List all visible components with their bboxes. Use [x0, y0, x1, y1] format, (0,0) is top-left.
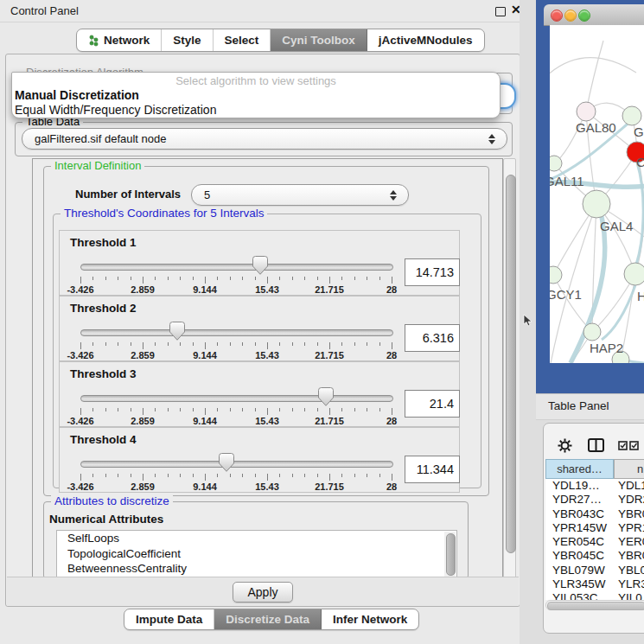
scrollbar-thumb[interactable]: [446, 533, 456, 576]
slider-tick: [341, 408, 342, 411]
minimize-icon[interactable]: [564, 10, 577, 22]
threshold-slider-handle[interactable]: [219, 453, 234, 472]
table-row[interactable]: YBR045CYBR0: [545, 549, 644, 563]
bottom-tab-infer-network[interactable]: Infer Network: [322, 609, 418, 629]
slider-tick: [279, 342, 280, 346]
network-node[interactable]: [577, 102, 596, 121]
dropdown-item[interactable]: Equal Width/Frequency Discretization: [12, 103, 500, 118]
slider-tick: [304, 474, 305, 477]
interval-definition-group-title: Interval Definition: [51, 160, 144, 172]
network-node[interactable]: [550, 266, 562, 284]
slider-tick: [131, 474, 131, 477]
slider-tick-label: 9.144: [193, 416, 217, 426]
attribute-list-item[interactable]: TopologicalCoefficient: [57, 546, 456, 562]
table-cell: YIL053C: [545, 591, 616, 600]
table-row[interactable]: YIL053CYIL0: [545, 591, 644, 600]
slider-tick: [304, 277, 305, 280]
network-node-label: C: [636, 155, 644, 169]
control-panel-titlebar: Control Panel ✕: [0, 0, 520, 22]
slider-tick: [80, 408, 81, 415]
table-cell: YPR145W: [545, 521, 616, 535]
checkbox-checked-icon[interactable]: [629, 441, 639, 450]
threshold-value-field[interactable]: 6.316: [405, 324, 460, 352]
slider-tick: [392, 277, 392, 284]
numerical-attributes-list[interactable]: SelfLoopsTopologicalCoefficientBetweenne…: [56, 530, 457, 578]
threshold-label: Threshold 2: [70, 302, 137, 315]
attributes-group-title: Attributes to discretize: [51, 495, 173, 507]
settings-scrollbar[interactable]: [503, 158, 516, 578]
threshold-slider-handle[interactable]: [252, 256, 268, 275]
tab-network[interactable]: Network: [77, 29, 162, 51]
table-horizontal-scrollbar[interactable]: [545, 600, 644, 610]
table-row[interactable]: YER054CYER0: [545, 535, 644, 549]
network-node[interactable]: [622, 106, 641, 125]
table-row[interactable]: YDL19…YDL1: [545, 479, 644, 493]
tab-cyni-toolbox[interactable]: Cyni Toolbox: [271, 29, 367, 51]
close-icon[interactable]: [551, 10, 563, 22]
threshold-slider-track[interactable]: [80, 461, 393, 468]
threshold-value-field[interactable]: 11.344: [405, 456, 460, 483]
threshold-slider-handle[interactable]: [169, 322, 185, 341]
settings-scroll-area: Interval Definition Number of Intervals …: [32, 158, 503, 580]
table-column-header[interactable]: shared…: [545, 459, 614, 479]
network-node-label: G: [634, 124, 644, 139]
network-window-titlebar[interactable]: [544, 4, 644, 26]
apply-button[interactable]: Apply: [233, 582, 293, 603]
bottom-tab-impute-data[interactable]: Impute Data: [124, 609, 214, 629]
checkbox-checked-icon[interactable]: [618, 441, 628, 450]
table-row[interactable]: YPR145WYPR1: [545, 521, 644, 535]
network-node[interactable]: [550, 156, 562, 171]
tab-select[interactable]: Select: [214, 29, 271, 51]
table-row[interactable]: YLR345WYLR3: [545, 577, 644, 591]
slider-tick: [255, 474, 256, 477]
slider-tick-label: -3.426: [67, 416, 93, 426]
bottom-tab-label: Discretize Data: [226, 613, 309, 626]
slider-tick: [242, 342, 243, 346]
zoom-icon[interactable]: [578, 10, 590, 22]
table-data-combobox[interactable]: galFiltered.sif default node: [22, 128, 507, 150]
threshold-value-field[interactable]: 14.713: [405, 258, 460, 286]
list-scrollbar[interactable]: [444, 532, 456, 577]
slider-tick: [230, 474, 231, 477]
threshold-value-field[interactable]: 21.4: [405, 390, 460, 418]
network-node[interactable]: [583, 323, 601, 341]
slider-tick: [279, 474, 280, 477]
slider-tick: [267, 474, 268, 481]
threshold-slider-track[interactable]: [80, 329, 393, 336]
attribute-list-item[interactable]: BetweennessCentrality: [57, 561, 456, 577]
scrollbar-thumb[interactable]: [506, 175, 516, 553]
bottom-tab-discretize-data[interactable]: Discretize Data: [214, 609, 322, 629]
network-node[interactable]: [624, 263, 644, 285]
table-row[interactable]: YBR043CYBR0: [545, 507, 644, 521]
dropdown-item[interactable]: Manual Discretization: [12, 88, 500, 103]
table-cell: YDL19…: [545, 479, 616, 493]
network-node[interactable]: [583, 190, 610, 218]
table-column-header[interactable]: n: [614, 459, 644, 479]
slider-tick: [155, 408, 156, 411]
table-panel-header: Table Panel: [536, 393, 644, 420]
split-pane-icon[interactable]: [588, 438, 604, 452]
table-cell: YPR1: [616, 521, 644, 535]
slider-tick-label: 15.43: [255, 350, 279, 360]
algorithm-dropdown-list: Manual DiscretizationEqual Width/Frequen…: [12, 88, 500, 118]
slider-tick: [242, 474, 243, 477]
slider-tick: [230, 408, 231, 411]
table-row[interactable]: YBL079WYBL0: [545, 564, 644, 577]
number-of-intervals-value: 5: [204, 188, 210, 201]
slider-tick: [354, 408, 355, 411]
slider-tick: [168, 474, 169, 477]
tab-style[interactable]: Style: [162, 29, 213, 51]
slider-tick: [180, 474, 181, 477]
number-of-intervals-combobox[interactable]: 5: [191, 184, 409, 206]
threshold-slider-track[interactable]: [80, 264, 393, 271]
slider-tick-label: 21.715: [315, 481, 344, 492]
tab-jactivemnodules[interactable]: jActiveMNodules: [367, 29, 484, 51]
table-row[interactable]: YDR27…YDR2: [545, 493, 644, 507]
attribute-list-item[interactable]: SelfLoops: [57, 531, 456, 546]
float-window-icon[interactable]: [495, 7, 506, 16]
threshold-slider-handle[interactable]: [318, 387, 334, 406]
gear-icon[interactable]: [558, 438, 572, 453]
scrollbar-thumb[interactable]: [547, 602, 644, 610]
threshold-slider-track[interactable]: [80, 395, 393, 402]
network-canvas[interactable]: GAL80GCGAL11GAL4GCY1HHAP2: [550, 25, 644, 363]
